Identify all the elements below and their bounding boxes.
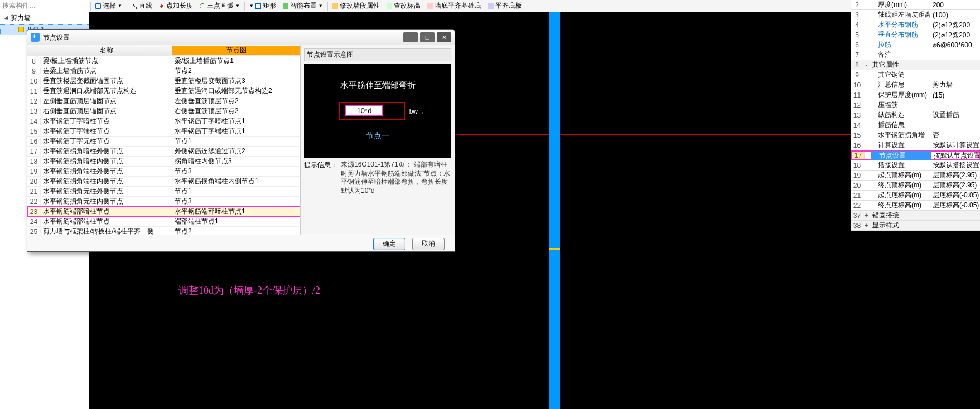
expand-icon: [4, 16, 9, 21]
property-row[interactable]: 15水平钢筋拐角增否: [851, 130, 980, 140]
cursor-icon: [95, 3, 101, 9]
point-length-tool[interactable]: 点加长度: [156, 0, 196, 12]
property-row[interactable]: 9其它钢筋: [851, 70, 980, 80]
node-list-row[interactable]: 24水平钢筋端部端柱节点端部端柱节点1: [27, 217, 300, 227]
node-list-row[interactable]: 15水平钢筋丁字端柱节点水平钢筋丁字端柱节点1: [27, 126, 300, 137]
node-list-row[interactable]: 23水平钢筋端部暗柱节点水平钢筋端部暗柱节点1: [27, 207, 300, 217]
bend-length-input[interactable]: 10*d: [345, 105, 383, 116]
property-row[interactable]: 2厚度(mm)200: [851, 0, 980, 10]
preview-title: 节点设置示意图: [304, 48, 451, 61]
component-icon: [18, 27, 24, 32]
layout-icon: [283, 3, 288, 9]
node-list-row[interactable]: 25剪力墙与框架柱/转换柱/端柱平齐一侧节点2: [27, 227, 300, 235]
align2-icon: [488, 3, 494, 9]
node-list-row[interactable]: 14水平钢筋丁字暗柱节点水平钢筋丁字暗柱节点1: [27, 116, 300, 126]
property-row[interactable]: 16计算设置按默认计算设置计算: [851, 140, 980, 150]
elev-icon: [387, 3, 392, 9]
property-row[interactable]: 19起点顶标高(m)层顶标高(2.95): [851, 171, 980, 181]
dialog-title: 节点设置: [43, 33, 70, 42]
dialog-titlebar[interactable]: 节点设置 — □ ✕: [27, 30, 455, 45]
node-preview: 水平筋伸至端部弯折 10*d bw → 节点一: [304, 64, 451, 158]
node-list-row[interactable]: 18水平钢筋拐角暗柱内侧节点拐角暗柱内侧节点3: [27, 157, 300, 167]
property-row[interactable]: 4水平分布钢筋(2)⌀12@200: [851, 20, 980, 30]
node-list-row[interactable]: 19水平钢筋拐角端柱外侧节点节点3: [27, 167, 300, 177]
node-list-row[interactable]: 10垂直筋楼层变截面锚固节点垂直筋楼层变截面节点3: [27, 76, 300, 86]
canvas-annotation: 调整10d为（墙厚-2个保护层）/2: [178, 284, 320, 297]
property-row[interactable]: 11保护层厚度(mm)(15): [851, 90, 980, 100]
point-icon: [159, 3, 165, 9]
property-row[interactable]: 22终点底标高(m)层底标高(-0.05): [851, 201, 980, 211]
rect-icon: [255, 3, 261, 9]
align1-icon: [427, 3, 433, 9]
node-list-row[interactable]: 22水平钢筋拐角无柱内侧节点节点3: [27, 197, 300, 207]
wall-base-align-tool[interactable]: 墙底平齐基础底: [424, 0, 485, 12]
node-list-row[interactable]: 13右侧垂直筋顶层锚固节点右侧垂直筋顶层节点2: [27, 106, 300, 116]
property-row[interactable]: 7备注: [851, 50, 980, 60]
preview-heading: 水平筋伸至端部弯折: [340, 80, 416, 91]
maximize-button[interactable]: □: [420, 32, 435, 42]
dialog-icon: [31, 33, 40, 42]
select-tool[interactable]: 选择▼: [92, 0, 125, 12]
tree-search-input[interactable]: 搜索构件…: [0, 0, 89, 12]
preview-diagram: 10*d bw →: [339, 99, 417, 123]
edit-icon: [332, 3, 338, 9]
property-row[interactable]: 12压墙筋: [851, 100, 980, 110]
property-row[interactable]: 10汇总信息剪力墙: [851, 80, 980, 90]
property-panel: 2厚度(mm)2003轴线距左墙皮距离(100)4水平分布钢筋(2)⌀12@20…: [851, 0, 980, 231]
property-row[interactable]: 6拉筋⌀6@600*600: [851, 40, 980, 50]
property-row[interactable]: 13纵筋构造设置插筋: [851, 110, 980, 120]
cancel-button[interactable]: 取消: [412, 238, 445, 250]
node-list-row[interactable]: 8梁/板上墙插筋节点梁/板上墙插筋节点1: [27, 56, 300, 66]
node-list-row[interactable]: 12左侧垂直筋顶层锚固节点左侧垂直筋顶层节点2: [27, 96, 300, 106]
property-row[interactable]: 21起点底标高(m)层底标高(-0.05): [851, 191, 980, 201]
edit-segment-tool[interactable]: 修改墙段属性: [329, 0, 383, 12]
rect-tool[interactable]: ▼矩形: [246, 0, 279, 12]
close-button[interactable]: ✕: [437, 32, 451, 42]
node-list-grid: 名称 节点图 8梁/板上墙插筋节点梁/板上墙插筋节点19连梁上墙插筋节点节点21…: [27, 45, 301, 235]
arrow-icon: →: [418, 109, 424, 116]
minimize-button[interactable]: —: [403, 32, 418, 42]
check-elevation-tool[interactable]: 查改标高: [383, 0, 424, 12]
node-list-row[interactable]: 11垂直筋遇洞口或端部无节点构造垂直筋遇洞口或端部无节点构造2: [27, 86, 300, 96]
line-tool[interactable]: 直线: [128, 0, 156, 12]
node-list-row[interactable]: 17水平钢筋拐角暗柱外侧节点外侧钢筋连续通过节点2: [27, 147, 300, 157]
main-toolbar: 选择▼ 直线 点加长度 三点画弧▼ ▼矩形 智能布置▼ 修改墙段属性 查改标高 …: [89, 0, 851, 12]
property-row[interactable]: 37+锚固搭接: [851, 211, 980, 221]
property-row[interactable]: 8-其它属性: [851, 60, 980, 70]
arc-tool[interactable]: 三点画弧▼: [196, 0, 243, 12]
property-row[interactable]: 3轴线距左墙皮距离(100): [851, 10, 980, 20]
ok-button[interactable]: 确定: [373, 238, 405, 250]
arc-icon: [200, 3, 205, 9]
align-slab-tool[interactable]: 平齐底板: [485, 0, 525, 12]
property-row[interactable]: 14插筋信息: [851, 120, 980, 130]
smart-layout-tool[interactable]: 智能布置▼: [279, 0, 326, 12]
node-settings-dialog: 节点设置 — □ ✕ 名称 节点图 8梁/板上墙插筋节点梁/板上墙插筋节点19连…: [27, 29, 455, 252]
node-list-row[interactable]: 21水平钢筋拐角无柱外侧节点节点1: [27, 187, 300, 197]
node-list-row[interactable]: 9连梁上墙插筋节点节点2: [27, 66, 300, 76]
line-icon: [132, 3, 137, 9]
column-header-name[interactable]: 名称: [41, 46, 172, 55]
hint-text: 提示信息： 来源16G101-1第71页：“端部有暗柱时剪力墙水平钢筋端部做法”…: [304, 160, 451, 195]
property-row[interactable]: 17节点设置按默认节点设置计算: [851, 150, 980, 160]
property-row[interactable]: 18搭接设置按默认搭接设置计算: [851, 160, 980, 171]
property-row[interactable]: 20终点顶标高(m)层顶标高(2.95): [851, 181, 980, 191]
column-header-figure[interactable]: 节点图: [172, 46, 300, 55]
node-list-row[interactable]: 20水平钢筋拐角端柱内侧节点水平钢筋拐角端柱内侧节点1: [27, 177, 300, 187]
preview-node-label: 节点一: [366, 131, 389, 142]
property-row[interactable]: 38+显示样式: [851, 221, 980, 231]
tree-node-wall[interactable]: 剪力墙: [0, 12, 89, 24]
property-row[interactable]: 5垂直分布钢筋(2)⌀12@200: [851, 30, 980, 40]
node-list-row[interactable]: 16水平钢筋丁字无柱节点节点1: [27, 137, 300, 147]
